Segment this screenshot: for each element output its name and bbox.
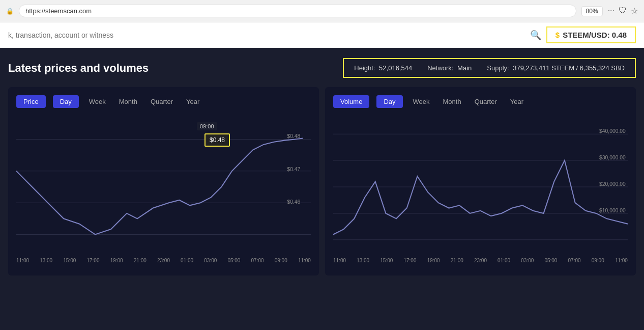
svg-text:$20,000.00: $20,000.00 (599, 181, 626, 187)
steem-price: STEEM/USD: 0.48 (563, 31, 627, 39)
volume-chart-card: Volume Day Week Month Quarter Year (325, 87, 636, 276)
volume-tab-day[interactable]: Day (376, 95, 402, 108)
volume-tab-year[interactable]: Year (507, 95, 526, 108)
height-stat: Height: 52,016,544 (354, 64, 412, 72)
zoom-level: 80% (581, 6, 603, 16)
charts-row: Price Day Week Month Quarter Year (8, 87, 636, 276)
volume-chart-area: $40,000.00 $30,000.00 $20,000.00 $10,000… (333, 118, 628, 256)
x-label: 13:00 (357, 258, 369, 263)
x-label: 03:00 (521, 258, 534, 263)
x-label: 11:00 (16, 258, 29, 263)
volume-tab-month[interactable]: Month (440, 95, 464, 108)
volume-tab-quarter[interactable]: Quarter (472, 95, 500, 108)
x-label: 11:00 (615, 258, 628, 263)
svg-text:$40,000.00: $40,000.00 (599, 128, 626, 134)
x-label: 03:00 (204, 258, 217, 263)
search-icon[interactable]: 🔍 (530, 30, 541, 41)
dollar-icon: $ (555, 31, 560, 39)
page-title: Latest prices and volumes (8, 62, 149, 75)
browser-bar: 🔒 https://steemscan.com 80% ··· 🛡 ☆ (0, 0, 644, 22)
price-x-axis: 11:00 13:00 15:00 17:00 19:00 21:00 23:0… (16, 256, 311, 263)
price-chart-card: Price Day Week Month Quarter Year (8, 87, 319, 276)
more-icon[interactable]: ··· (608, 6, 614, 16)
price-type-button[interactable]: Price (16, 95, 46, 108)
price-chart-header: Price Day Week Month Quarter Year (16, 95, 311, 108)
x-label: 07:00 (251, 258, 264, 263)
search-row: 🔍 $ STEEM/USD: 0.48 (0, 22, 644, 48)
price-tab-year[interactable]: Year (183, 95, 202, 108)
stats-box: Height: 52,016,544 Network: Main Supply:… (343, 58, 636, 78)
price-tab-day[interactable]: Day (53, 95, 79, 108)
price-tab-week[interactable]: Week (86, 95, 109, 108)
browser-icons: ··· 🛡 ☆ (608, 6, 638, 16)
top-row: Latest prices and volumes Height: 52,016… (8, 58, 636, 78)
x-label: 19:00 (427, 258, 440, 263)
price-tooltip-top: 09:00 (197, 122, 217, 130)
x-label: 17:00 (86, 258, 99, 263)
x-label: 21:00 (134, 258, 147, 263)
x-label: 11:00 (298, 258, 311, 263)
x-label: 05:00 (227, 258, 240, 263)
x-label: 15:00 (380, 258, 393, 263)
bookmark-icon[interactable]: ☆ (631, 6, 638, 16)
network-stat: Network: Main (427, 64, 472, 72)
x-label: 17:00 (403, 258, 416, 263)
volume-type-button[interactable]: Volume (333, 95, 369, 108)
price-chart-svg: $0.48 $0.47 $0.46 (16, 118, 311, 256)
lock-icon: 🔒 (6, 8, 14, 15)
price-chart-area: $0.48 $0.47 $0.46 $0.48 09:00 (16, 118, 311, 256)
x-label: 13:00 (40, 258, 52, 263)
price-tab-month[interactable]: Month (116, 95, 140, 108)
url-bar[interactable]: https://steemscan.com (19, 5, 576, 17)
price-tab-quarter[interactable]: Quarter (148, 95, 176, 108)
x-label: 01:00 (181, 258, 193, 263)
supply-stat: Supply: 379,273,411 STEEM / 6,355,324 SB… (487, 64, 625, 72)
x-label: 21:00 (451, 258, 463, 263)
volume-tab-week[interactable]: Week (410, 95, 433, 108)
svg-text:$10,000.00: $10,000.00 (599, 208, 626, 213)
x-label: 09:00 (275, 258, 287, 263)
x-label: 23:00 (474, 258, 487, 263)
svg-text:$0.46: $0.46 (287, 199, 300, 205)
svg-text:$30,000.00: $30,000.00 (599, 155, 626, 160)
volume-chart-header: Volume Day Week Month Quarter Year (333, 95, 628, 108)
search-input[interactable] (8, 28, 525, 42)
x-label: 01:00 (497, 258, 510, 263)
x-label: 05:00 (544, 258, 557, 263)
main-content: Latest prices and volumes Height: 52,016… (0, 48, 644, 330)
x-label: 19:00 (110, 258, 123, 263)
x-label: 09:00 (592, 258, 604, 263)
price-line (16, 138, 303, 234)
x-label: 15:00 (63, 258, 76, 263)
page: 🔍 $ STEEM/USD: 0.48 Latest prices and vo… (0, 22, 644, 330)
x-label: 23:00 (157, 258, 170, 263)
x-label: 07:00 (568, 258, 581, 263)
volume-chart-svg: $40,000.00 $30,000.00 $20,000.00 $10,000… (333, 118, 628, 256)
price-badge: $ STEEM/USD: 0.48 (546, 26, 636, 43)
volume-x-axis: 11:00 13:00 15:00 17:00 19:00 21:00 23:0… (333, 256, 628, 263)
shield-icon[interactable]: 🛡 (619, 6, 627, 16)
x-label: 11:00 (333, 258, 346, 263)
volume-line (333, 160, 628, 234)
svg-text:$0.47: $0.47 (287, 167, 300, 172)
